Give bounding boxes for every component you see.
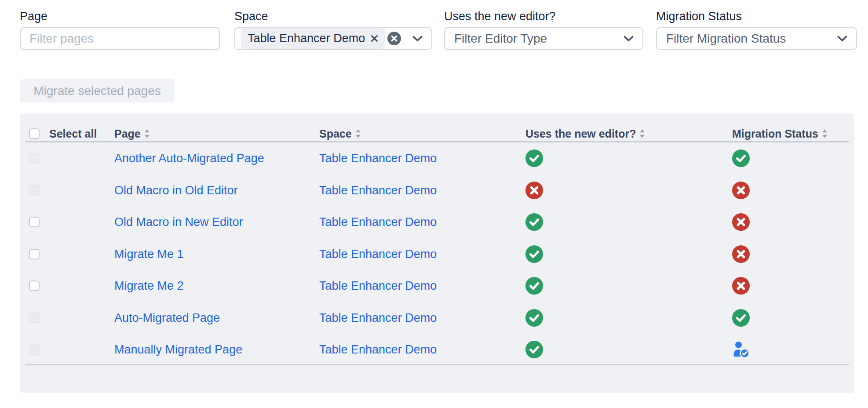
- migration-chevron-down-icon[interactable]: [837, 36, 847, 42]
- table-row: Another Auto-Migrated Page Table Enhance…: [20, 142, 854, 175]
- space-selected-chip-label: Table Enhancer Demo: [248, 32, 365, 45]
- sort-icon: [822, 129, 828, 138]
- sort-icon: [355, 129, 361, 138]
- editor-filter-placeholder: Filter Editor Type: [445, 32, 547, 46]
- space-chevron-down-icon[interactable]: [412, 36, 423, 42]
- check-circle-icon: [732, 149, 750, 167]
- page-filter-input[interactable]: [21, 28, 219, 49]
- row-checkbox: [29, 185, 40, 196]
- check-circle-icon: [525, 245, 543, 263]
- column-header-page[interactable]: Page: [114, 113, 150, 142]
- page-filter-field: [20, 27, 220, 50]
- page-link[interactable]: Old Macro in New Editor: [114, 215, 243, 229]
- space-filter-select[interactable]: Table Enhancer Demo: [234, 27, 432, 50]
- row-checkbox[interactable]: [29, 249, 40, 259]
- page-link[interactable]: Another Auto-Migrated Page: [114, 152, 264, 165]
- column-header-editor[interactable]: Uses the new editor?: [525, 113, 645, 142]
- migration-filter-label: Migration Status: [656, 10, 742, 23]
- table-row: Migrate Me 2 Table Enhancer Demo: [20, 270, 854, 302]
- person-check-icon: [732, 341, 750, 358]
- check-circle-icon: [525, 341, 543, 358]
- editor-chevron-down-icon[interactable]: [624, 36, 634, 42]
- space-selected-chip: Table Enhancer Demo: [241, 28, 385, 49]
- column-header-space[interactable]: Space: [319, 113, 361, 142]
- check-circle-icon: [525, 213, 543, 231]
- page-link[interactable]: Manually Migrated Page: [114, 343, 242, 356]
- footer-divider: [25, 364, 849, 365]
- page-link[interactable]: Migrate Me 1: [114, 247, 184, 260]
- clear-all-icon[interactable]: [387, 32, 401, 45]
- check-circle-icon: [525, 149, 543, 167]
- migrate-selected-button[interactable]: Migrate selected pages: [20, 79, 175, 102]
- row-checkbox: [29, 153, 40, 164]
- pages-table: Select all Page Space Uses the new edito…: [20, 113, 854, 393]
- space-link[interactable]: Table Enhancer Demo: [319, 247, 437, 260]
- page-link[interactable]: Old Macro in Old Editor: [114, 183, 238, 197]
- select-all-label: Select all: [49, 113, 97, 142]
- table-row: Old Macro in Old Editor Table Enhancer D…: [20, 175, 854, 207]
- check-circle-icon: [525, 309, 543, 327]
- cross-circle-icon: [732, 182, 750, 199]
- editor-filter-label: Uses the new editor?: [444, 10, 556, 23]
- sort-icon: [639, 129, 645, 138]
- cross-circle-icon: [525, 182, 543, 199]
- row-checkbox: [29, 313, 40, 323]
- cross-circle-icon: [732, 245, 750, 263]
- check-circle-icon: [525, 277, 543, 295]
- space-link[interactable]: Table Enhancer Demo: [319, 183, 437, 197]
- editor-filter-select[interactable]: Filter Editor Type: [444, 27, 643, 50]
- migration-filter-select[interactable]: Filter Migration Status: [656, 27, 857, 50]
- space-link[interactable]: Table Enhancer Demo: [319, 152, 437, 165]
- space-filter-label: Space: [234, 10, 268, 23]
- page-link[interactable]: Auto-Migrated Page: [114, 311, 220, 324]
- row-checkbox: [29, 344, 40, 355]
- space-link[interactable]: Table Enhancer Demo: [319, 215, 437, 229]
- table-body: Another Auto-Migrated Page Table Enhance…: [20, 142, 854, 366]
- column-header-migration[interactable]: Migration Status: [732, 113, 828, 142]
- sort-icon: [144, 129, 150, 138]
- migration-filter-placeholder: Filter Migration Status: [657, 32, 786, 46]
- cross-circle-icon: [732, 277, 750, 295]
- select-all-checkbox[interactable]: [29, 128, 40, 139]
- chip-remove-icon[interactable]: [371, 35, 378, 42]
- table-row: Manually Migrated Page Table Enhancer De…: [20, 334, 854, 366]
- table-row: Migrate Me 1 Table Enhancer Demo: [20, 238, 854, 270]
- table-header-row: Select all Page Space Uses the new edito…: [20, 113, 854, 141]
- cross-circle-icon: [732, 213, 750, 231]
- table-row: Old Macro in New Editor Table Enhancer D…: [20, 206, 854, 238]
- check-circle-icon: [732, 309, 750, 327]
- row-checkbox[interactable]: [29, 217, 40, 227]
- space-link[interactable]: Table Enhancer Demo: [319, 343, 437, 356]
- row-checkbox[interactable]: [29, 280, 40, 291]
- page-filter-label: Page: [20, 10, 47, 23]
- table-row: Auto-Migrated Page Table Enhancer Demo: [20, 302, 854, 334]
- space-link[interactable]: Table Enhancer Demo: [319, 311, 437, 324]
- page-link[interactable]: Migrate Me 2: [114, 279, 184, 292]
- space-link[interactable]: Table Enhancer Demo: [319, 279, 437, 292]
